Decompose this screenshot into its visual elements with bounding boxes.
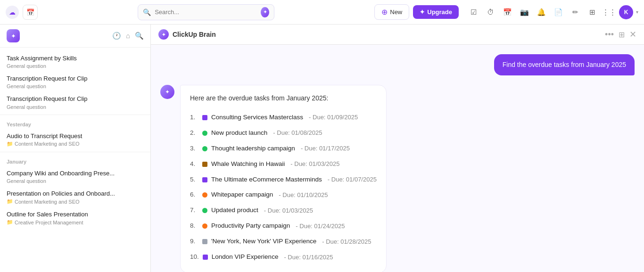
grid-icon[interactable]: ⊞	[585, 5, 599, 19]
home-icon[interactable]: ⌂	[126, 32, 130, 40]
close-icon[interactable]: ✕	[629, 29, 636, 40]
list-item[interactable]: Presentation on Policies and Onboard... …	[0, 187, 150, 207]
chat-header-actions: ••• ⊞ ✕	[605, 29, 636, 40]
sidebar-header: ✦ 🕐 ⌂ 🔍	[0, 25, 150, 48]
list-item[interactable]: Outline for Sales Presentation 📁 Creativ…	[0, 207, 150, 228]
task-number: 8.	[190, 221, 198, 231]
list-item[interactable]: Transcription Request for Clip General q…	[0, 92, 150, 112]
task-number: 4.	[190, 159, 198, 170]
more-icon[interactable]: •••	[605, 30, 614, 40]
task-item: 10. London VIP Experience - Due: 01/16/2…	[190, 249, 377, 265]
task-number: 2.	[190, 128, 198, 139]
task-name[interactable]: Updated product	[211, 205, 258, 216]
task-number: 7.	[190, 205, 198, 216]
camera-icon[interactable]: 📷	[517, 5, 531, 19]
ai-intro-text: Here are the overdue tasks from January …	[190, 93, 377, 104]
search-sidebar-icon[interactable]: 🔍	[135, 32, 144, 40]
task-item: 7. Updated product - Due: 01/03/2025	[190, 203, 377, 218]
folder-icon: 📁	[7, 219, 13, 225]
item-sub: 📁 Creative Project Management	[7, 219, 144, 225]
list-item[interactable]: Audio to Transcript Request 📁 Content Ma…	[0, 129, 150, 150]
calendar2-icon[interactable]: 📅	[500, 5, 514, 19]
item-title: Audio to Transcript Request	[7, 132, 144, 140]
task-due-date: - Due: 01/08/2025	[273, 128, 322, 138]
expand-icon[interactable]: ⊞	[619, 30, 625, 39]
item-sub: 📁 Content Marketing and SEO	[7, 198, 144, 205]
task-status-dot	[202, 146, 207, 151]
topbar-nav: 📅	[23, 5, 38, 20]
history-icon[interactable]: 🕐	[112, 32, 121, 40]
search-bar[interactable]: 🔍 ✦	[138, 4, 274, 20]
task-name[interactable]: Whitepaper campaign	[211, 190, 273, 200]
user-message-text: Find the overdue tasks from January 2025	[503, 61, 626, 68]
task-status-dot	[202, 239, 207, 244]
section-label-yesterday: Yesterday	[0, 117, 150, 129]
brain-header-icon: ✦	[158, 29, 169, 40]
main-layout: ✦ 🕐 ⌂ 🔍 Task Assignment by Skills Genera…	[0, 25, 644, 272]
task-status-dot	[203, 255, 208, 260]
timer-icon[interactable]: ⏱	[483, 5, 497, 19]
task-name[interactable]: Whale Watching in Hawaii	[211, 159, 285, 170]
task-status-dot	[202, 223, 207, 229]
task-name[interactable]: Consulting Services Masterclass	[211, 112, 303, 123]
list-item[interactable]: Transcription Request for Clip General q…	[0, 72, 150, 92]
user-message: Find the overdue tasks from January 2025	[160, 54, 635, 75]
task-status-dot	[202, 162, 207, 167]
plus-icon: ⊕	[381, 8, 388, 16]
new-label: New	[390, 8, 402, 16]
task-name[interactable]: Thought leadership campaign	[211, 143, 295, 154]
calendar-icon[interactable]: 📅	[23, 5, 38, 20]
task-number: 5.	[190, 174, 198, 185]
task-status-dot	[202, 115, 207, 120]
apps-icon[interactable]: ⋮⋮	[602, 5, 616, 19]
task-due-date: - Due: 01/09/2025	[309, 112, 358, 123]
upgrade-label: Upgrade	[427, 8, 452, 16]
list-item[interactable]: Task Assignment by Skills General questi…	[0, 51, 150, 72]
ai-message: ✦ Here are the overdue tasks from Januar…	[160, 85, 635, 272]
item-title: Transcription Request for Clip	[7, 95, 144, 103]
chevron-down-icon[interactable]: ▾	[636, 9, 638, 15]
task-name[interactable]: 'New York, New York' VIP Experience	[211, 236, 316, 247]
task-due-date: - Due: 01/07/2025	[328, 174, 377, 185]
task-item: 4. Whale Watching in Hawaii - Due: 01/03…	[190, 157, 377, 172]
section-label-january: January	[0, 154, 150, 166]
task-name[interactable]: The Ultimate eCommerce Masterminds	[211, 174, 322, 185]
app-logo[interactable]: ☁	[6, 6, 19, 19]
upgrade-icon: ✦	[420, 8, 425, 16]
sidebar: ✦ 🕐 ⌂ 🔍 Task Assignment by Skills Genera…	[0, 25, 151, 272]
search-input[interactable]	[155, 8, 257, 16]
task-item: 9. 'New York, New York' VIP Experience -…	[190, 234, 377, 249]
upgrade-button[interactable]: ✦ Upgrade	[413, 5, 459, 19]
task-name[interactable]: Productivity Party campaign	[211, 221, 290, 231]
task-number: 9.	[190, 236, 198, 247]
ai-avatar: ✦	[160, 85, 174, 99]
doc-icon[interactable]: 📄	[551, 5, 565, 19]
edit-icon[interactable]: ✏	[568, 5, 582, 19]
sidebar-top-icons: 🕐 ⌂ 🔍	[112, 32, 144, 40]
item-title: Outline for Sales Presentation	[7, 210, 144, 219]
item-title: Transcription Request for Clip	[7, 74, 144, 83]
task-status-dot	[202, 192, 207, 198]
task-name[interactable]: New product launch	[211, 128, 267, 139]
divider	[0, 115, 150, 115]
task-number: 10.	[190, 252, 199, 263]
sidebar-logo[interactable]: ✦	[7, 29, 20, 42]
topbar-icon-group: ☑ ⏱ 📅 📷 🔔 📄 ✏ ⊞ ⋮⋮ K ▾	[466, 5, 638, 19]
task-due-date: - Due: 01/16/2025	[284, 252, 333, 263]
task-due-date: - Due: 01/03/2025	[290, 159, 339, 169]
check-icon[interactable]: ☑	[466, 5, 480, 19]
topbar: ☁ 📅 🔍 ✦ ⊕ New ✦ Upgrade ☑ ⏱ 📅 📷 🔔 📄 ✏ ⊞ …	[0, 0, 644, 25]
task-due-date: - Due: 01/03/2025	[264, 206, 313, 216]
chat-messages: Find the overdue tasks from January 2025…	[151, 45, 644, 272]
bell-icon[interactable]: 🔔	[534, 5, 548, 19]
new-button[interactable]: ⊕ New	[374, 4, 409, 20]
task-name[interactable]: London VIP Experience	[212, 252, 279, 263]
sidebar-content: Task Assignment by Skills General questi…	[0, 48, 150, 272]
divider	[0, 152, 150, 152]
avatar[interactable]: K	[619, 5, 633, 19]
search-icon: 🔍	[143, 8, 151, 16]
brain-icon[interactable]: ✦	[261, 7, 269, 17]
task-item: 5. The Ultimate eCommerce Masterminds - …	[190, 172, 377, 188]
chat-panel: ✦ ClickUp Brain ••• ⊞ ✕ Find the overdue…	[151, 25, 644, 272]
list-item[interactable]: Company Wiki and Onboarding Prese... Gen…	[0, 166, 150, 187]
